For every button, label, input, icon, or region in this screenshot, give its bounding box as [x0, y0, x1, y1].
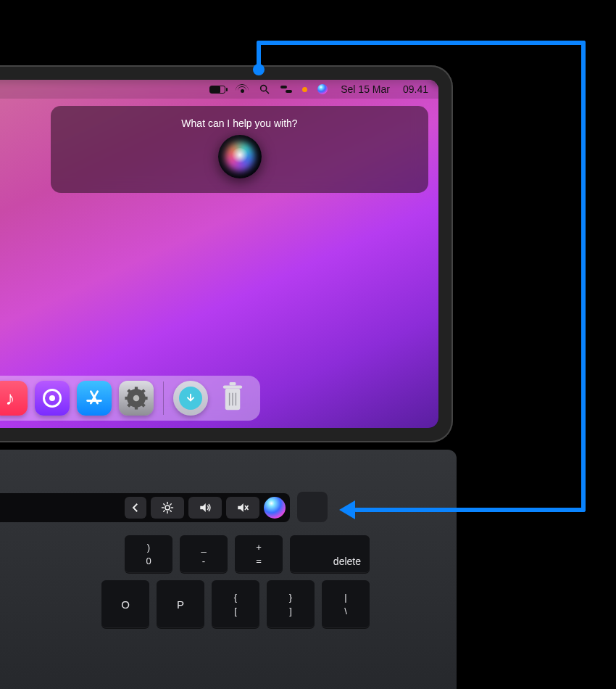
svg-line-11 [128, 390, 131, 393]
svg-line-1 [266, 91, 269, 94]
menu-bar-date[interactable]: Sel 15 Mar [341, 83, 390, 95]
callout-arrow-icon [339, 500, 355, 519]
touchbar-volume-button[interactable] [188, 497, 222, 519]
dock: ♪ [0, 376, 260, 421]
keyboard: )0 _- += delete O P {[ }] |\ [0, 535, 370, 628]
callout-dot [253, 64, 265, 75]
key-backslash[interactable]: |\ [322, 580, 370, 628]
menu-bar: Sel 15 Mar 09.41 [0, 80, 438, 99]
wifi-icon[interactable] [236, 84, 249, 94]
screen-bezel: Sel 15 Mar 09.41 What can I help you wit… [0, 80, 438, 428]
callout-line [581, 41, 586, 512]
touchbar-mute-button[interactable] [226, 497, 259, 519]
key-minus[interactable]: _- [180, 535, 228, 573]
svg-line-13 [128, 403, 131, 406]
key-delete[interactable]: delete [290, 535, 370, 573]
svg-line-27 [164, 504, 165, 506]
svg-point-0 [261, 86, 267, 91]
touchbar-siri-button[interactable] [264, 497, 286, 519]
dock-podcasts-icon[interactable] [35, 381, 70, 416]
dock-downloads-icon[interactable] [173, 381, 208, 416]
touchbar-brightness-button[interactable] [151, 497, 184, 519]
svg-marker-32 [238, 503, 244, 512]
siri-panel[interactable]: What can I help you with? [51, 106, 428, 193]
svg-line-28 [170, 511, 172, 512]
siri-orb-icon[interactable] [218, 135, 262, 178]
desktop-wallpaper: Sel 15 Mar 09.41 What can I help you wit… [0, 80, 438, 428]
mic-indicator-icon [302, 87, 307, 92]
svg-line-14 [141, 390, 144, 393]
dock-divider [163, 381, 164, 415]
dock-settings-icon[interactable] [119, 381, 154, 416]
menu-bar-time[interactable]: 09.41 [403, 83, 428, 95]
touch-id-button[interactable] [297, 492, 328, 522]
svg-marker-31 [200, 503, 206, 512]
key-o[interactable]: O [101, 580, 149, 628]
svg-line-12 [141, 403, 144, 406]
key-equals[interactable]: += [235, 535, 283, 573]
svg-rect-18 [230, 382, 236, 385]
key-bracket-right[interactable]: }] [267, 580, 315, 628]
dock-trash-icon[interactable] [215, 381, 250, 416]
touch-bar [0, 493, 290, 522]
battery-icon[interactable] [209, 86, 225, 94]
laptop-body: )0 _- += delete O P {[ }] |\ [0, 450, 457, 689]
callout-line [257, 41, 586, 45]
key-p[interactable]: P [157, 580, 204, 628]
siri-menu-icon[interactable] [317, 84, 328, 94]
dock-appstore-icon[interactable] [77, 381, 112, 416]
svg-point-6 [133, 395, 140, 402]
control-center-icon[interactable] [280, 86, 292, 93]
svg-line-30 [170, 504, 172, 506]
callout-line [354, 508, 586, 512]
svg-point-22 [165, 506, 170, 510]
dock-music-icon[interactable]: ♪ [0, 381, 28, 416]
key-bracket-left[interactable]: {[ [212, 580, 259, 628]
siri-prompt-text: What can I help you with? [181, 117, 297, 129]
spotlight-icon[interactable] [259, 83, 270, 95]
svg-rect-17 [223, 385, 242, 388]
touchbar-back-button[interactable] [125, 497, 146, 519]
svg-line-29 [164, 511, 165, 512]
key-0[interactable]: )0 [125, 535, 172, 573]
laptop-frame: Sel 15 Mar 09.41 What can I help you wit… [0, 65, 453, 442]
